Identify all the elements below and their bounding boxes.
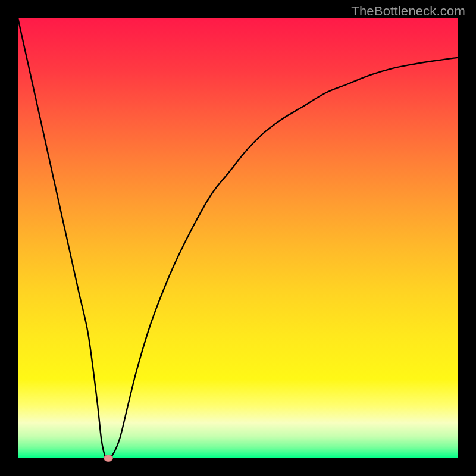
bottleneck-curve <box>18 18 458 461</box>
optimal-marker <box>104 455 113 462</box>
curve-svg <box>18 18 458 458</box>
plot-area <box>18 18 458 458</box>
chart-frame: TheBottleneck.com <box>0 0 476 476</box>
watermark-text: TheBottleneck.com <box>351 4 465 19</box>
